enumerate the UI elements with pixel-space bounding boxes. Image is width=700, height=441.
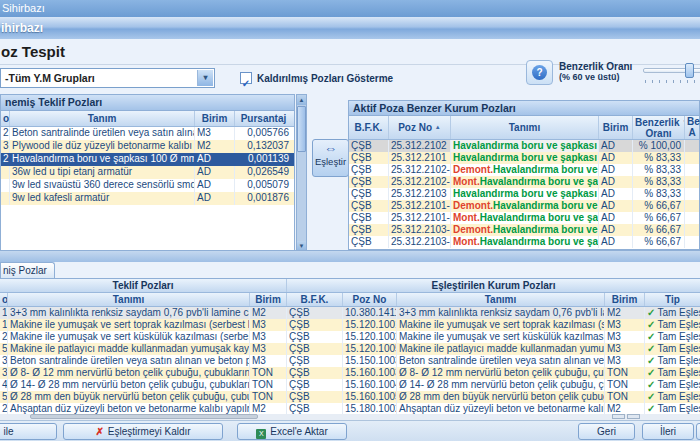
table-row[interactable]: 9w led kafesli armatürAD0,001876	[1, 192, 294, 205]
chevron-down-icon[interactable]: ▾	[197, 70, 213, 86]
cell-benzerlik-orani: % 83,33	[633, 164, 685, 176]
cell-benzerlik-orani: % 66,67	[633, 224, 685, 236]
col-header-tip[interactable]: Tip	[645, 293, 700, 306]
table-row[interactable]: 2Beton santralinde üretilen veya satın a…	[1, 127, 294, 140]
col-header-tanim[interactable]: Tanım	[10, 111, 195, 126]
cell-bfk: ÇŞB	[287, 367, 343, 379]
cell-pursantaj: 0,001139	[235, 153, 292, 166]
table-row[interactable]: ÇŞB25.312.2103Havalandırma boru ve şapka…	[349, 188, 699, 200]
table-row[interactable]: 2Havalandırma boru ve şapkası 100 Ø mm.(…	[1, 153, 294, 166]
unmatched-offer-rows: 2Beton santralinde üretilen veya satın a…	[1, 127, 294, 205]
cell-birim: AD	[599, 236, 633, 248]
cell-tanim2: Ø 28 mm den büyük nervürlü beton çelik ç…	[397, 391, 605, 403]
tip-label: Tam Eşleşme	[657, 331, 700, 342]
cell-birim: AD	[599, 152, 633, 164]
matched-positions-table: Teklif Pozları Eşleştirilen Kurum Pozlar…	[0, 278, 700, 414]
scrollbar-thumb[interactable]	[297, 106, 306, 152]
col-header-pozno[interactable]: Poz No ▲	[389, 116, 451, 139]
cell-tanim2: Ø 8- Ø 12 mm nervürlü beton çelik çubuğu…	[397, 367, 605, 379]
col-header-birim2[interactable]: Birim	[605, 293, 645, 306]
table-row[interactable]: ÇŞB25.312.2103-DDemont.Havalandırma boru…	[349, 224, 699, 236]
horizontal-splitter[interactable]	[0, 250, 700, 262]
match-button[interactable]: ⇔ Eşleştir	[312, 139, 349, 177]
check-icon: ✓	[647, 391, 655, 402]
cell-benzerlik-extra	[685, 176, 699, 188]
cell-tanim1: Ø 28 mm den büyük nervürlü beton çelik ç…	[8, 391, 250, 403]
cell-bfk: ÇŞB	[349, 236, 389, 248]
table-row[interactable]: 3Ø 8- Ø 12 mm nervürlü beton çelik çubuğ…	[0, 367, 700, 379]
partial-button-right[interactable]	[696, 423, 700, 440]
table-row[interactable]: 4Ø 14- Ø 28 mm nervürlü beton çelik çubu…	[0, 379, 700, 391]
col-header-bfk[interactable]: B.F.K.	[287, 293, 343, 306]
remove-match-button[interactable]: ✗Eşleştirmeyi Kaldır	[63, 423, 223, 440]
col-header-birim1[interactable]: Birim	[250, 293, 287, 306]
table-row[interactable]: ÇŞB25.312.2101-MMont.Havalandırma boru v…	[349, 212, 699, 224]
tip-label: Tam Eşleşme	[657, 319, 700, 330]
next-button[interactable]: İleri	[642, 423, 694, 440]
col-header-tanim[interactable]: Tanımı	[451, 116, 599, 139]
cell-tanim: Havalandırma boru ve şapkası 125 Ø mm.	[451, 188, 599, 200]
cell-tanim: Mont.Havalandırma boru ve şapkası 125 Ø	[451, 236, 599, 248]
table-row[interactable]: 3Beton santralinde üretilen veya satın a…	[0, 355, 700, 367]
cell-tanim: Havalandırma boru ve şapkası 100 Ø mm.(p…	[10, 153, 195, 166]
table-row[interactable]: 5Ø 28 mm den büyük nervürlü beton çelik …	[0, 391, 700, 403]
table-row[interactable]: ÇŞB25.312.2101-DDemont.Havalandırma boru…	[349, 200, 699, 212]
col-header-pozno[interactable]: o	[1, 111, 10, 126]
col-header-tanim2[interactable]: Tanımı	[397, 293, 605, 306]
cell-pozno-cut: 5	[0, 343, 8, 355]
table-row[interactable]: 13+3 mm kalınlıkta renksiz saydam 0,76 p…	[0, 307, 700, 319]
table-row[interactable]: ÇŞB25.312.2102-MMont.Havalandırma boru v…	[349, 176, 699, 188]
group-header-row: Teklif Pozları Eşleştirilen Kurum Pozlar…	[0, 279, 700, 293]
col-header-benzerlik-orani[interactable]: Benzerlik ▼ Oranı	[633, 116, 685, 139]
table-row[interactable]: 2Makine ile yumuşak ve sert küskülük kaz…	[0, 331, 700, 343]
sort-asc-icon: ▲	[435, 124, 441, 130]
table-row[interactable]: 1Makine ile yumuşak ve sert toprak kazıl…	[0, 319, 700, 331]
col-header-tanim1[interactable]: Tanımı	[8, 293, 250, 306]
table-row[interactable]: ÇŞB25.312.2102Havalandırma boru ve şapka…	[349, 140, 699, 152]
tanim-segment: Havalandırma boru ve şapkası	[480, 236, 599, 247]
table-row[interactable]: ÇŞB25.312.2102-DDemont.Havalandırma boru…	[349, 164, 699, 176]
cell-benzerlik-extra	[685, 140, 699, 152]
tanim-segment: Havalandırma boru ve şapkası	[453, 152, 599, 163]
table-row[interactable]: 9w led sıvaüstü 360 derece sensörlü smd …	[1, 179, 294, 192]
matched-header-row: o Tanımı Birim B.F.K. Poz No Tanımı Biri…	[0, 293, 700, 307]
cell-bfk: ÇŞB	[287, 319, 343, 331]
hscrollbar-thumb[interactable]	[30, 414, 258, 419]
similar-positions-header-row: B.F.K. Poz No ▲ Tanımı Birim Benzerlik ▼…	[349, 116, 699, 140]
col-header-birim[interactable]: Birim	[195, 111, 235, 126]
back-button[interactable]: Geri	[578, 423, 635, 440]
cell-tip: ✓Tam Eşleşme	[645, 331, 700, 343]
cell-pozno: 25.312.2101	[389, 152, 451, 164]
cell-tanim: Mont.Havalandırma boru ve şapkası 100 Ø	[451, 176, 599, 188]
scroll-up-icon[interactable]: ▲	[297, 95, 306, 105]
left-panel-scrollbar[interactable]: ▲ ▼	[296, 94, 307, 252]
export-excel-button[interactable]: XExcel'e Aktar	[237, 423, 347, 440]
col-header-pozno2[interactable]: Poz No	[343, 293, 397, 306]
table-row[interactable]: 3Plywood ile düz yüzeyli betonarme kalıb…	[1, 140, 294, 153]
table-row[interactable]: ÇŞB25.312.2103-MMont.Havalandırma boru v…	[349, 236, 699, 248]
tab-matched-positions[interactable]: niş Pozlar	[0, 262, 55, 278]
cell-birim: AD	[195, 153, 235, 166]
cell-birim: M2	[195, 140, 235, 153]
col-header-pozno-cut[interactable]: o	[0, 293, 8, 306]
cell-bfk: ÇŞB	[287, 355, 343, 367]
table-row[interactable]: ÇŞB25.312.2101Havalandırma boru ve şapka…	[349, 152, 699, 164]
slider-thumb[interactable]	[685, 63, 694, 78]
tip-label: Tam Eşleşme	[657, 343, 700, 354]
group-filter-dropdown[interactable]: -Tüm Y.M Grupları ▾	[0, 68, 215, 88]
cell-tanim: Havalandırma boru ve şapkası 70 Ø mm	[451, 152, 599, 164]
hscroll-right-arrow[interactable]	[627, 414, 640, 419]
col-header-birim[interactable]: Birim	[599, 116, 633, 139]
show-removed-checkbox[interactable]: ✓	[240, 72, 252, 84]
col-header-bfk[interactable]: B.F.K.	[349, 116, 389, 139]
partial-button-left[interactable]: ile	[0, 423, 57, 440]
col-header-pursantaj[interactable]: Pursantaj	[235, 111, 292, 126]
cell-birim: AD	[195, 166, 235, 179]
table-row[interactable]: 36w led u tipi etanj armatürAD0,026549	[1, 166, 294, 179]
col-header-benzerlik-extra[interactable]: Benze A	[685, 116, 699, 139]
table-row[interactable]: 5Makine ile patlayıcı madde kullanmadan …	[0, 343, 700, 355]
hscroll-left-arrow[interactable]	[612, 414, 625, 419]
help-button[interactable]: ?	[526, 60, 553, 85]
unmatched-offer-header-row: o Tanım Birim Pursantaj	[1, 111, 294, 127]
cell-pozno2: 15.120.1002	[343, 331, 397, 343]
